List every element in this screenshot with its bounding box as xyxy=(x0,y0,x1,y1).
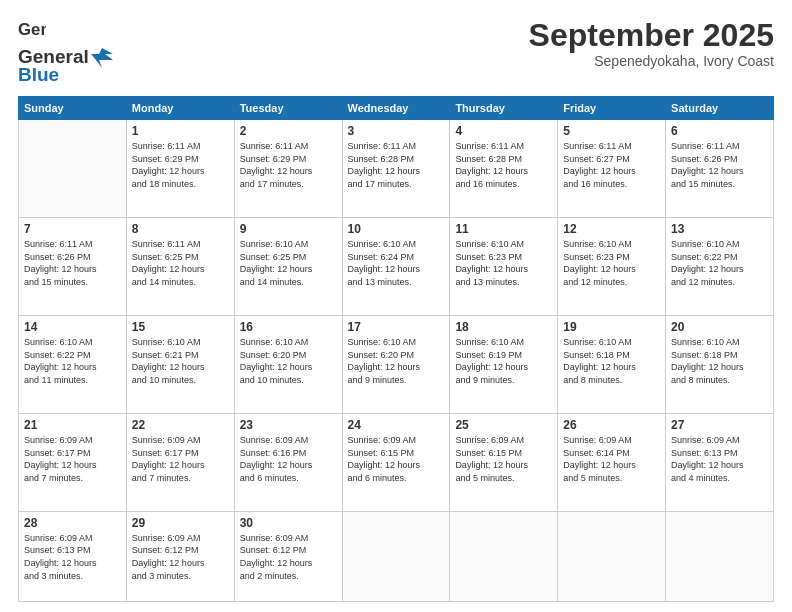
day-info: Sunrise: 6:10 AM Sunset: 6:18 PM Dayligh… xyxy=(563,336,660,386)
table-row: 7Sunrise: 6:11 AM Sunset: 6:26 PM Daylig… xyxy=(19,217,127,315)
day-info: Sunrise: 6:09 AM Sunset: 6:14 PM Dayligh… xyxy=(563,434,660,484)
day-number: 8 xyxy=(132,222,229,236)
day-number: 17 xyxy=(348,320,445,334)
table-row: 29Sunrise: 6:09 AM Sunset: 6:12 PM Dayli… xyxy=(126,511,234,601)
day-info: Sunrise: 6:09 AM Sunset: 6:12 PM Dayligh… xyxy=(240,532,337,582)
day-info: Sunrise: 6:11 AM Sunset: 6:25 PM Dayligh… xyxy=(132,238,229,288)
day-number: 26 xyxy=(563,418,660,432)
page: General General Blue September 2025 Sepe… xyxy=(0,0,792,612)
day-info: Sunrise: 6:09 AM Sunset: 6:17 PM Dayligh… xyxy=(132,434,229,484)
table-row: 21Sunrise: 6:09 AM Sunset: 6:17 PM Dayli… xyxy=(19,413,127,511)
col-friday: Friday xyxy=(558,97,666,120)
day-info: Sunrise: 6:10 AM Sunset: 6:23 PM Dayligh… xyxy=(455,238,552,288)
day-number: 30 xyxy=(240,516,337,530)
header: General General Blue September 2025 Sepe… xyxy=(18,18,774,86)
day-number: 11 xyxy=(455,222,552,236)
day-number: 22 xyxy=(132,418,229,432)
svg-marker-1 xyxy=(91,48,113,68)
calendar-header-row: Sunday Monday Tuesday Wednesday Thursday… xyxy=(19,97,774,120)
table-row: 18Sunrise: 6:10 AM Sunset: 6:19 PM Dayli… xyxy=(450,315,558,413)
day-number: 18 xyxy=(455,320,552,334)
day-info: Sunrise: 6:09 AM Sunset: 6:16 PM Dayligh… xyxy=(240,434,337,484)
table-row: 1Sunrise: 6:11 AM Sunset: 6:29 PM Daylig… xyxy=(126,120,234,218)
day-number: 3 xyxy=(348,124,445,138)
day-info: Sunrise: 6:11 AM Sunset: 6:29 PM Dayligh… xyxy=(132,140,229,190)
day-info: Sunrise: 6:10 AM Sunset: 6:20 PM Dayligh… xyxy=(348,336,445,386)
table-row xyxy=(342,511,450,601)
day-info: Sunrise: 6:10 AM Sunset: 6:21 PM Dayligh… xyxy=(132,336,229,386)
day-number: 12 xyxy=(563,222,660,236)
table-row xyxy=(19,120,127,218)
day-number: 23 xyxy=(240,418,337,432)
col-tuesday: Tuesday xyxy=(234,97,342,120)
table-row: 14Sunrise: 6:10 AM Sunset: 6:22 PM Dayli… xyxy=(19,315,127,413)
calendar-table: Sunday Monday Tuesday Wednesday Thursday… xyxy=(18,96,774,602)
day-info: Sunrise: 6:11 AM Sunset: 6:28 PM Dayligh… xyxy=(348,140,445,190)
col-sunday: Sunday xyxy=(19,97,127,120)
day-number: 10 xyxy=(348,222,445,236)
table-row: 5Sunrise: 6:11 AM Sunset: 6:27 PM Daylig… xyxy=(558,120,666,218)
title-block: September 2025 Sepenedyokaha, Ivory Coas… xyxy=(529,18,774,69)
location: Sepenedyokaha, Ivory Coast xyxy=(529,53,774,69)
table-row: 24Sunrise: 6:09 AM Sunset: 6:15 PM Dayli… xyxy=(342,413,450,511)
table-row: 9Sunrise: 6:10 AM Sunset: 6:25 PM Daylig… xyxy=(234,217,342,315)
table-row: 15Sunrise: 6:10 AM Sunset: 6:21 PM Dayli… xyxy=(126,315,234,413)
day-number: 25 xyxy=(455,418,552,432)
day-number: 15 xyxy=(132,320,229,334)
day-info: Sunrise: 6:11 AM Sunset: 6:27 PM Dayligh… xyxy=(563,140,660,190)
day-number: 27 xyxy=(671,418,768,432)
day-info: Sunrise: 6:11 AM Sunset: 6:28 PM Dayligh… xyxy=(455,140,552,190)
day-info: Sunrise: 6:10 AM Sunset: 6:19 PM Dayligh… xyxy=(455,336,552,386)
svg-text:General: General xyxy=(18,20,46,39)
table-row: 20Sunrise: 6:10 AM Sunset: 6:18 PM Dayli… xyxy=(666,315,774,413)
day-number: 19 xyxy=(563,320,660,334)
day-number: 29 xyxy=(132,516,229,530)
table-row: 19Sunrise: 6:10 AM Sunset: 6:18 PM Dayli… xyxy=(558,315,666,413)
table-row xyxy=(558,511,666,601)
day-info: Sunrise: 6:11 AM Sunset: 6:26 PM Dayligh… xyxy=(24,238,121,288)
day-number: 9 xyxy=(240,222,337,236)
table-row: 25Sunrise: 6:09 AM Sunset: 6:15 PM Dayli… xyxy=(450,413,558,511)
table-row: 17Sunrise: 6:10 AM Sunset: 6:20 PM Dayli… xyxy=(342,315,450,413)
logo: General General Blue xyxy=(18,18,113,86)
day-number: 13 xyxy=(671,222,768,236)
col-saturday: Saturday xyxy=(666,97,774,120)
table-row: 2Sunrise: 6:11 AM Sunset: 6:29 PM Daylig… xyxy=(234,120,342,218)
table-row: 22Sunrise: 6:09 AM Sunset: 6:17 PM Dayli… xyxy=(126,413,234,511)
table-row: 23Sunrise: 6:09 AM Sunset: 6:16 PM Dayli… xyxy=(234,413,342,511)
day-number: 14 xyxy=(24,320,121,334)
logo-icon: General xyxy=(18,18,46,46)
table-row xyxy=(450,511,558,601)
table-row: 12Sunrise: 6:10 AM Sunset: 6:23 PM Dayli… xyxy=(558,217,666,315)
table-row: 6Sunrise: 6:11 AM Sunset: 6:26 PM Daylig… xyxy=(666,120,774,218)
day-number: 7 xyxy=(24,222,121,236)
table-row: 10Sunrise: 6:10 AM Sunset: 6:24 PM Dayli… xyxy=(342,217,450,315)
table-row: 8Sunrise: 6:11 AM Sunset: 6:25 PM Daylig… xyxy=(126,217,234,315)
day-info: Sunrise: 6:10 AM Sunset: 6:22 PM Dayligh… xyxy=(24,336,121,386)
day-number: 6 xyxy=(671,124,768,138)
day-info: Sunrise: 6:10 AM Sunset: 6:24 PM Dayligh… xyxy=(348,238,445,288)
day-info: Sunrise: 6:10 AM Sunset: 6:18 PM Dayligh… xyxy=(671,336,768,386)
col-thursday: Thursday xyxy=(450,97,558,120)
day-info: Sunrise: 6:09 AM Sunset: 6:15 PM Dayligh… xyxy=(455,434,552,484)
col-wednesday: Wednesday xyxy=(342,97,450,120)
table-row: 4Sunrise: 6:11 AM Sunset: 6:28 PM Daylig… xyxy=(450,120,558,218)
table-row xyxy=(666,511,774,601)
day-info: Sunrise: 6:09 AM Sunset: 6:17 PM Dayligh… xyxy=(24,434,121,484)
day-number: 4 xyxy=(455,124,552,138)
table-row: 30Sunrise: 6:09 AM Sunset: 6:12 PM Dayli… xyxy=(234,511,342,601)
day-number: 28 xyxy=(24,516,121,530)
day-info: Sunrise: 6:09 AM Sunset: 6:13 PM Dayligh… xyxy=(671,434,768,484)
table-row: 27Sunrise: 6:09 AM Sunset: 6:13 PM Dayli… xyxy=(666,413,774,511)
day-number: 21 xyxy=(24,418,121,432)
day-info: Sunrise: 6:09 AM Sunset: 6:13 PM Dayligh… xyxy=(24,532,121,582)
day-number: 5 xyxy=(563,124,660,138)
day-number: 20 xyxy=(671,320,768,334)
day-number: 1 xyxy=(132,124,229,138)
col-monday: Monday xyxy=(126,97,234,120)
table-row: 26Sunrise: 6:09 AM Sunset: 6:14 PM Dayli… xyxy=(558,413,666,511)
day-info: Sunrise: 6:11 AM Sunset: 6:26 PM Dayligh… xyxy=(671,140,768,190)
logo-blue: Blue xyxy=(18,64,59,86)
table-row: 16Sunrise: 6:10 AM Sunset: 6:20 PM Dayli… xyxy=(234,315,342,413)
day-number: 24 xyxy=(348,418,445,432)
